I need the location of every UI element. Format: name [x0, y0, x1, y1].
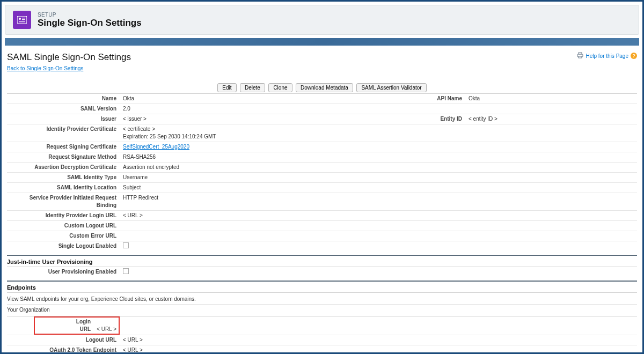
- table-row: Service Provider Initiated Request Bindi…: [7, 193, 637, 211]
- help-text: Help for this Page: [586, 53, 629, 59]
- setup-icon: [13, 11, 31, 29]
- samlversion-label: SAML Version: [7, 104, 120, 114]
- idpcert-value: < certificate > Expiration: 25 Sep 2030 …: [120, 124, 423, 142]
- idpcert-label: Identity Provider Certificate: [7, 124, 120, 142]
- table-row: Custom Logout URL: [7, 221, 637, 231]
- idplogin-label: Identity Provider Login URL: [7, 211, 120, 221]
- logouturl-label: Logout URL: [7, 335, 120, 345]
- apiname-value: Okta: [465, 94, 637, 104]
- edit-button[interactable]: Edit: [217, 83, 236, 92]
- singlelogout-label: Single Logout Enabled: [7, 241, 120, 252]
- svg-rect-4: [19, 21, 25, 22]
- endpoints-heading: Endpoints: [7, 282, 637, 293]
- page-title: SAML Single Sign-On Settings: [7, 52, 131, 63]
- spbinding-label: Service Provider Initiated Request Bindi…: [7, 193, 120, 211]
- jit-heading: Just-in-time User Provisioning: [7, 256, 637, 267]
- entityid-label: Entity ID: [423, 114, 465, 124]
- loginurl-value: < URL >: [97, 326, 116, 332]
- delete-button[interactable]: Delete: [240, 83, 265, 92]
- clone-button[interactable]: Clone: [268, 83, 292, 92]
- reqsigmethod-label: Request Signature Method: [7, 152, 120, 163]
- customlogout-value: [120, 221, 423, 231]
- issuer-label: Issuer: [7, 114, 120, 124]
- svg-point-1: [19, 18, 21, 20]
- singlelogout-checkbox: [123, 242, 129, 248]
- svg-rect-2: [22, 18, 25, 18]
- idtype-value: Username: [120, 173, 423, 183]
- idloc-label: SAML Identity Location: [7, 183, 120, 193]
- userprov-checkbox: [123, 268, 129, 274]
- table-row: Logout URL < URL >: [7, 335, 637, 345]
- download-metadata-button[interactable]: Download Metadata: [296, 83, 353, 92]
- idloc-value: Subject: [120, 183, 423, 193]
- banner-small: SETUP: [38, 12, 142, 18]
- reqsigncert-link[interactable]: SelfSignedCert_25Aug2020: [123, 144, 189, 150]
- loginurl-label: Login URL: [69, 318, 91, 333]
- table-row: SAML Version 2.0: [7, 104, 637, 114]
- oauth-label: OAuth 2.0 Token Endpoint: [7, 345, 120, 355]
- table-row: Identity Provider Certificate < certific…: [7, 124, 637, 142]
- banner-big: Single Sign-On Settings: [38, 18, 142, 28]
- svg-rect-7: [579, 56, 582, 58]
- svg-rect-6: [579, 53, 582, 54]
- button-row-top: Edit Delete Clone Download Metadata SAML…: [7, 82, 637, 92]
- samlversion-value: 2.0: [120, 104, 423, 114]
- entityid-value: < entity ID >: [465, 114, 637, 124]
- spbinding-value: HTTP Redirect: [120, 193, 423, 211]
- assertdecrypt-label: Assertion Decryption Certificate: [7, 163, 120, 173]
- idplogin-value: < URL >: [120, 211, 423, 221]
- logouturl-value: < URL >: [120, 335, 397, 345]
- app-window: SETUP Single Sign-On Settings SAML Singl…: [0, 0, 644, 354]
- saml-validator-button[interactable]: SAML Assertion Validator: [356, 83, 426, 92]
- table-row: Identity Provider Login URL < URL >: [7, 211, 637, 221]
- customlogout-label: Custom Logout URL: [7, 221, 120, 231]
- banner-text: SETUP Single Sign-On Settings: [38, 12, 142, 28]
- help-icon: ?: [631, 53, 637, 59]
- customerror-label: Custom Error URL: [7, 231, 120, 241]
- assertdecrypt-value: Assertion not encrypted: [120, 163, 423, 173]
- table-row: Name Okta API Name Okta: [7, 94, 637, 104]
- title-block: SAML Single Sign-On Settings Back to Sin…: [7, 52, 131, 72]
- idpcert-val2: Expiration: 25 Sep 2030 14:10:24 GMT: [123, 133, 420, 141]
- idpcert-val1: < certificate >: [123, 126, 420, 133]
- oauth-value: < URL >: [120, 345, 397, 355]
- name-value: Okta: [120, 94, 423, 104]
- table-row: OAuth 2.0 Token Endpoint < URL >: [7, 345, 637, 355]
- userprov-label: User Provisioning Enabled: [7, 267, 120, 277]
- endpoints-note: View SAML endpoints for your org, Experi…: [7, 293, 637, 305]
- reqsigmethod-value: RSA-SHA256: [120, 152, 423, 163]
- table-row: Issuer < issuer > Entity ID < entity ID …: [7, 114, 637, 124]
- reqsigncert-label: Request Signing Certificate: [7, 142, 120, 152]
- table-row: User Provisioning Enabled: [7, 267, 637, 277]
- idtype-label: SAML Identity Type: [7, 173, 120, 183]
- customerror-value: [120, 231, 423, 241]
- table-row: Request Signing Certificate SelfSignedCe…: [7, 142, 637, 152]
- table-row: SAML Identity Location Subject: [7, 183, 637, 193]
- table-row: Custom Error URL: [7, 231, 637, 241]
- issuer-value: < issuer >: [120, 114, 423, 124]
- loginurl-highlight: Login URL < URL >: [34, 316, 120, 335]
- table-row: Assertion Decryption Certificate Asserti…: [7, 163, 637, 173]
- name-label: Name: [7, 94, 120, 104]
- table-row: SAML Identity Type Username: [7, 173, 637, 183]
- table-row: Single Logout Enabled: [7, 241, 637, 252]
- endpoints-table: Login URL < URL > Logout URL < URL > OAu…: [7, 316, 637, 354]
- jit-table: User Provisioning Enabled: [7, 267, 637, 277]
- help-link[interactable]: Help for this Page ?: [576, 52, 638, 60]
- endpoints-sub: Your Organization: [7, 305, 637, 316]
- decorative-stripe: [5, 38, 639, 46]
- table-row: Login URL < URL >: [7, 316, 637, 335]
- table-row: Request Signature Method RSA-SHA256: [7, 152, 637, 163]
- svg-rect-3: [22, 19, 25, 20]
- page-banner: SETUP Single Sign-On Settings: [5, 5, 639, 35]
- printer-icon: [576, 52, 584, 60]
- apiname-label: API Name: [423, 94, 465, 104]
- back-link[interactable]: Back to Single Sign-On Settings: [7, 65, 83, 71]
- settings-table: Name Okta API Name Okta SAML Version 2.0…: [7, 93, 637, 252]
